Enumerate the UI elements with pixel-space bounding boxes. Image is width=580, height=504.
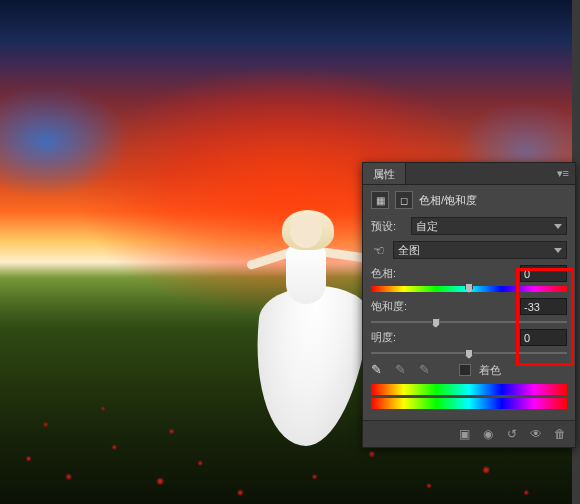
color-range-strip-lower[interactable] (371, 398, 567, 409)
annotation-highlight (516, 268, 574, 366)
image-subject (244, 196, 374, 456)
mask-icon[interactable]: ◻ (395, 191, 413, 209)
preset-value: 自定 (416, 219, 438, 234)
view-previous-state-icon[interactable]: ◉ (479, 426, 497, 442)
colorize-checkbox[interactable] (459, 364, 471, 376)
hue-slider-thumb[interactable] (465, 283, 473, 293)
lightness-label: 明度: (371, 330, 520, 345)
color-range-strips (371, 384, 567, 409)
preset-dropdown[interactable]: 自定 (411, 217, 567, 235)
panel-footer: ▣ ◉ ↺ 👁 🗑 (363, 420, 575, 447)
saturation-label: 饱和度: (371, 299, 520, 314)
eyedropper-add-icon[interactable]: ✎ (395, 362, 411, 378)
reset-icon[interactable]: ↺ (503, 426, 521, 442)
delete-adjustment-icon[interactable]: 🗑 (551, 426, 569, 442)
preset-label: 预设: (371, 219, 405, 234)
tab-properties[interactable]: 属性 (363, 163, 406, 184)
targeted-adjustment-icon[interactable]: ☜ (371, 243, 387, 258)
color-range-strip-upper[interactable] (371, 384, 567, 395)
colorize-label: 着色 (479, 363, 501, 378)
hue-label: 色相: (371, 266, 520, 281)
lightness-slider-thumb[interactable] (465, 349, 473, 359)
eyedropper-icon[interactable]: ✎ (371, 362, 387, 378)
adjustment-header: ▦ ◻ 色相/饱和度 (371, 191, 567, 209)
adjustment-title: 色相/饱和度 (419, 193, 477, 208)
panel-tab-bar: 属性 ▾≡ (363, 163, 575, 185)
hue-sat-adjustment-icon: ▦ (371, 191, 389, 209)
toggle-visibility-icon[interactable]: 👁 (527, 426, 545, 442)
clip-to-layer-icon[interactable]: ▣ (455, 426, 473, 442)
panel-menu-icon[interactable]: ▾≡ (551, 163, 575, 184)
eyedropper-subtract-icon[interactable]: ✎ (419, 362, 435, 378)
saturation-slider-thumb[interactable] (432, 318, 440, 328)
color-range-value: 全图 (398, 243, 420, 258)
color-range-dropdown[interactable]: 全图 (393, 241, 567, 259)
